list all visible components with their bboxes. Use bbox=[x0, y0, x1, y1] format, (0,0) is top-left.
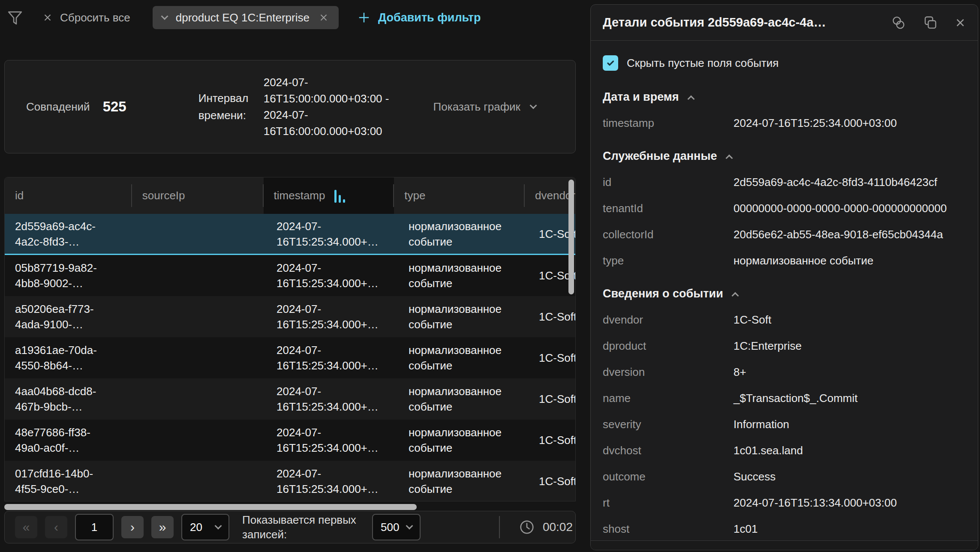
pagination-bar: « ‹ › » 20 Показывается первых записей: … bbox=[4, 511, 576, 543]
showing-records-label: Показывается первых записей: bbox=[242, 513, 364, 542]
last-page-icon: » bbox=[159, 520, 166, 534]
page-size-select[interactable]: 20 bbox=[181, 514, 229, 540]
elapsed-time: 00:02 bbox=[519, 519, 573, 535]
clear-icon bbox=[42, 12, 53, 23]
rings-icon[interactable] bbox=[890, 15, 907, 31]
divider bbox=[499, 516, 500, 538]
first-page-icon: « bbox=[23, 520, 30, 534]
close-icon[interactable] bbox=[954, 16, 967, 29]
hide-empty-label: Скрыть пустые поля события bbox=[627, 57, 779, 70]
events-table: id sourceIp timestamp type dvendor 2d559… bbox=[4, 177, 576, 501]
field-value: 2024-07-16T15:25:34.000+03:00 bbox=[733, 116, 966, 130]
cell-sourceip bbox=[133, 296, 266, 337]
cell-sourceip bbox=[133, 255, 266, 296]
remove-filter-icon[interactable] bbox=[318, 12, 329, 23]
field-key: dproduct bbox=[603, 339, 733, 353]
add-filter-label: Добавить фильтр bbox=[378, 11, 481, 24]
cell-dvendor: 1C-Soft bbox=[530, 296, 575, 337]
horizontal-scrollbar[interactable] bbox=[4, 504, 417, 510]
column-header-type[interactable]: type bbox=[394, 177, 525, 214]
table-row[interactable]: 017cfd16-14b0-4f55-9ce0-… 2024-07-16T15:… bbox=[5, 461, 575, 501]
section-service-data[interactable]: Служебные данные bbox=[603, 150, 966, 163]
chevron-down-icon bbox=[406, 522, 413, 530]
field-value: 00000000-0000-0000-0000-000000000000 bbox=[733, 201, 966, 215]
section-title: Дата и время bbox=[603, 90, 679, 104]
chevron-up-icon bbox=[731, 292, 739, 299]
column-header-dvendor[interactable]: dvendor bbox=[525, 177, 575, 214]
filter-chip[interactable]: dproduct EQ 1C:Enterprise bbox=[153, 6, 339, 29]
clock-icon bbox=[519, 519, 535, 535]
field-value: 1c01 bbox=[733, 522, 966, 536]
details-panel-header: Детали события 2d559a69-ac4c-4a… bbox=[591, 5, 978, 41]
summary-panel: Совпадений 525 Интервал времени: 2024-07… bbox=[4, 60, 576, 153]
next-page-button[interactable]: › bbox=[121, 516, 144, 538]
next-page-icon: › bbox=[130, 520, 135, 534]
prev-page-button[interactable]: ‹ bbox=[45, 516, 67, 538]
cell-sourceip bbox=[133, 378, 266, 420]
field-key: collectorId bbox=[603, 228, 733, 241]
reset-all-button[interactable]: Сбросить все bbox=[42, 11, 130, 24]
cell-id: 4aa04b68-dcd8-467b-9bcb-… bbox=[5, 378, 133, 420]
section-event-info[interactable]: Сведения о событии bbox=[603, 287, 966, 300]
records-limit-select[interactable]: 500 bbox=[372, 514, 421, 540]
cell-timestamp: 2024-07-16T15:25:34.000+… bbox=[266, 255, 398, 296]
prev-page-icon: ‹ bbox=[54, 520, 58, 534]
field-value: 20d56e62-ab55-48ea-9018-ef65cb04344a bbox=[733, 228, 966, 241]
table-row[interactable]: 48e77686-ff38-49a0-ac0f-… 2024-07-16T15:… bbox=[5, 420, 575, 461]
field-key: id bbox=[603, 175, 733, 189]
add-filter-button[interactable]: Добавить фильтр bbox=[358, 11, 481, 24]
table-row[interactable]: a50206ea-f773-4ada-9100-… 2024-07-16T15:… bbox=[5, 296, 575, 337]
table-row[interactable]: a19361ae-70da-4550-8b64-… 2024-07-16T15:… bbox=[5, 337, 575, 378]
table-row[interactable]: 4aa04b68-dcd8-467b-9bcb-… 2024-07-16T15:… bbox=[5, 378, 575, 420]
table-header-row: id sourceIp timestamp type dvendor bbox=[5, 177, 575, 214]
cell-timestamp: 2024-07-16T15:25:34.000+… bbox=[266, 214, 398, 254]
page-number-input[interactable] bbox=[75, 514, 114, 540]
column-header-id[interactable]: id bbox=[5, 177, 132, 214]
field-row: dproduct 1C:Enterprise bbox=[603, 339, 966, 353]
column-header-sourceip[interactable]: sourceIp bbox=[132, 177, 264, 214]
vertical-scrollbar[interactable] bbox=[568, 180, 574, 294]
first-page-button[interactable]: « bbox=[15, 516, 37, 538]
interval-value: 2024-07-16T15:00:00.000+03:00 - 2024-07-… bbox=[264, 74, 407, 139]
funnel-icon[interactable] bbox=[6, 9, 24, 27]
hide-empty-checkbox[interactable] bbox=[603, 55, 618, 71]
cell-id: 05b87719-9a82-4bb8-9002-… bbox=[5, 255, 133, 296]
cell-dvendor: 1C-Soft bbox=[530, 420, 575, 461]
field-value: 1C:Enterprise bbox=[733, 339, 966, 353]
cell-timestamp: 2024-07-16T15:25:34.000+… bbox=[266, 296, 398, 337]
cell-timestamp: 2024-07-16T15:25:34.000+… bbox=[266, 420, 398, 461]
field-row: tenantId 00000000-0000-0000-0000-0000000… bbox=[603, 201, 966, 215]
field-row: outcome Success bbox=[603, 470, 966, 483]
chevron-down-icon bbox=[215, 522, 222, 530]
field-key: rt bbox=[603, 496, 733, 510]
chevron-up-icon bbox=[725, 154, 733, 162]
elapsed-time-value: 00:02 bbox=[543, 520, 573, 534]
table-row[interactable]: 2d559a69-ac4c-4a2c-8fd3-… 2024-07-16T15:… bbox=[5, 214, 575, 255]
page-size-value: 20 bbox=[190, 521, 202, 534]
section-date-time[interactable]: Дата и время bbox=[603, 90, 966, 104]
sort-bars-icon bbox=[334, 189, 345, 203]
cell-sourceip bbox=[133, 420, 266, 461]
show-chart-toggle[interactable]: Показать график bbox=[433, 100, 536, 114]
cell-sourceip bbox=[133, 214, 266, 254]
last-page-button[interactable]: » bbox=[151, 516, 174, 538]
column-header-timestamp[interactable]: timestamp bbox=[264, 177, 394, 214]
matches-value: 525 bbox=[103, 99, 126, 115]
cell-id: a19361ae-70da-4550-8b64-… bbox=[5, 337, 133, 378]
table-row[interactable]: 05b87719-9a82-4bb8-9002-… 2024-07-16T15:… bbox=[5, 255, 575, 296]
field-key: severity bbox=[603, 417, 733, 431]
field-value: 2d559a69-ac4c-4a2c-8fd3-4110b46423cf bbox=[733, 175, 966, 189]
matches-counter: Совпадений 525 bbox=[26, 99, 126, 115]
cell-type: нормализованное событие bbox=[398, 378, 530, 420]
field-value: Information bbox=[733, 417, 966, 431]
cell-id: a50206ea-f773-4ada-9100-… bbox=[5, 296, 133, 337]
cell-timestamp: 2024-07-16T15:25:34.000+… bbox=[266, 337, 398, 378]
column-label: type bbox=[404, 189, 425, 202]
field-key: type bbox=[603, 254, 733, 267]
details-panel-actions bbox=[890, 15, 967, 31]
cell-timestamp: 2024-07-16T15:25:34.000+… bbox=[266, 461, 398, 501]
chevron-down-icon[interactable] bbox=[161, 13, 168, 20]
copy-icon[interactable] bbox=[922, 15, 938, 31]
plus-icon bbox=[358, 11, 370, 24]
field-row: rt 2024-07-16T15:13:34.000+03:00 bbox=[603, 496, 966, 510]
